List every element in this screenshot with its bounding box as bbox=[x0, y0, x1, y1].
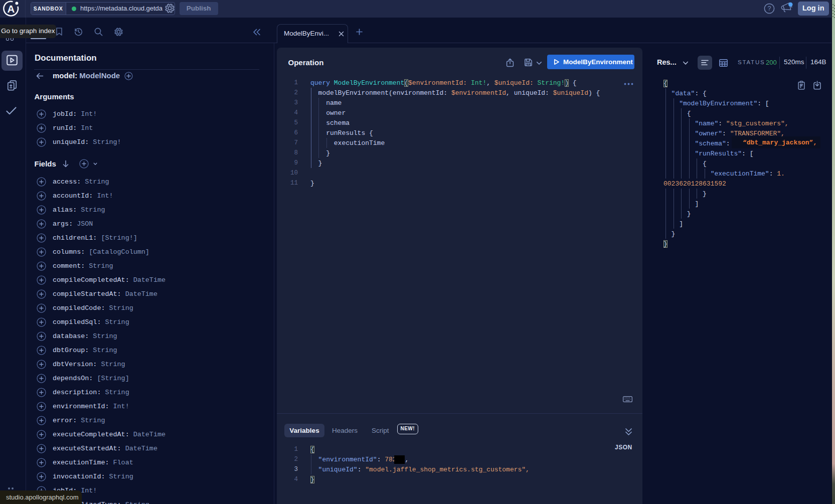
svg-text:?: ? bbox=[768, 5, 771, 12]
svg-text:A: A bbox=[7, 3, 15, 15]
